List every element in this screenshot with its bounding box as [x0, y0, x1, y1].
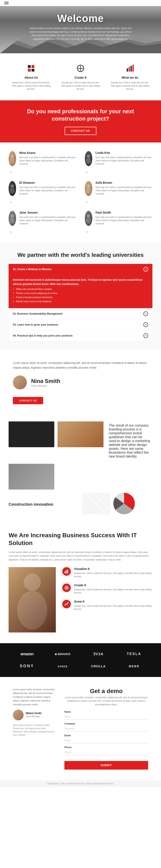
svg-point-19 [10, 188, 14, 194]
team-member-header-5: Paul Smith Duis aute irure dolor in repr… [85, 211, 153, 226]
accordion-header-2[interactable]: 03. Learn how to grow your business + [8, 319, 153, 330]
team-member-header-4: Jane Jonson Duis aute irure dolor in rep… [8, 211, 76, 226]
cta-contact-button[interactable]: CONTACT US [65, 127, 96, 135]
business-image [8, 567, 56, 632]
features-section: About Us Sample text. Click to select th… [0, 53, 161, 100]
team-arrow-5[interactable]: → [85, 230, 89, 234]
svg-rect-29 [66, 570, 67, 574]
feature-about-desc: Sample text. Click to select the text bo… [11, 81, 52, 91]
form-company-input[interactable] [64, 726, 148, 732]
avatar-figure [8, 212, 16, 224]
hero-section: Welcome Article evident arrived express … [0, 6, 161, 53]
svg-point-18 [10, 184, 14, 188]
accordion-bullets-0: Mattis nam sed blandit libero volutpat. … [16, 287, 148, 303]
accordion-icon-1: + [143, 311, 148, 316]
form-name-input[interactable] [64, 714, 148, 720]
team-info-1: Linda Kim Duis aute irure dolor in repre… [96, 151, 153, 165]
feature-title-1: Create It [74, 584, 153, 587]
business-heading: We Are Increasing Business Success With … [8, 531, 153, 547]
accordion-label-0: 01. Create a Webinar in Minutes [13, 268, 52, 271]
gallery-pie-chart [114, 493, 135, 514]
avatar-figure [8, 182, 16, 194]
university-heading: We partner with the world's leading univ… [8, 251, 153, 259]
top-bar [0, 0, 161, 6]
svg-rect-11 [129, 67, 130, 71]
form-phone-group: Phone [64, 746, 148, 755]
team-arrow-4[interactable]: → [8, 230, 12, 234]
cta-heading: Do you need professionals for your next … [13, 108, 148, 123]
demo-subtext: Lorem ipsum dolor sit amet, consectetur … [64, 695, 148, 706]
svg-point-25 [86, 218, 91, 224]
form-company-label: Company [64, 722, 148, 725]
business-layout: Visualize It Sample text. Click to selec… [8, 567, 153, 632]
team-name-4: Jane Jonson [19, 211, 76, 214]
demo-profile: Mikkel Smith Sales Manager [13, 710, 56, 720]
hero-title: Welcome [57, 12, 104, 24]
grow-feature-icon [62, 600, 71, 609]
team-desc-5: Duis aute irure dolor in reprehenderit i… [96, 216, 153, 225]
accordion-header-3[interactable]: 04. Practical tips to help you price you… [8, 330, 153, 341]
avatar-di-dowson [8, 181, 16, 196]
feature-text-create: Create It Sample text. Click to select t… [74, 584, 153, 594]
team-member-0: Nina Scavo Duis aute irure dolor in repr… [8, 151, 76, 175]
accordion-header-0[interactable]: 01. Create a Webinar in Minutes × [8, 264, 153, 275]
accordion-bullet-0-1: Partner ut risus lorem adipiscing at et … [16, 291, 148, 295]
accordion-bullet-0-0: Mattis nam sed blandit libero volutpat. [16, 287, 148, 291]
feature-title-0: Visualize It [74, 567, 153, 570]
business-features: Visualize It Sample text. Click to selec… [62, 567, 153, 632]
sales-contact-button[interactable]: CONTACT US [13, 397, 43, 404]
logos-grid: amazon ◈ BINANCE ƎV3A TESLA SONY crocs C… [11, 650, 150, 671]
team-member-header-1: Linda Kim Duis aute irure dolor in repre… [85, 151, 153, 166]
feature-desc-2: Sample text. Click to select the text bo… [74, 604, 153, 611]
about-icon-box [26, 63, 36, 74]
team-name-1: Linda Kim [96, 151, 153, 155]
team-member-5: Paul Smith Duis aute irure dolor in repr… [85, 211, 153, 234]
accordion-item-1: 02. Business Sustainability Management + [8, 308, 153, 319]
construction-label-wrap: Construction innovation [8, 500, 79, 507]
demo-layout: Lorem ipsum dolor sit amet, consectetur … [13, 688, 148, 770]
svg-point-31 [66, 587, 67, 589]
team-info-0: Nina Scavo Duis aute irure dolor in repr… [19, 151, 76, 165]
accordion-bullet-0-2: Fumat ut faucibus pulvinar elementum. [16, 296, 148, 299]
demo-avatar [13, 710, 24, 720]
accordion-label-3: 04. Practical tips to help you price you… [13, 334, 72, 337]
form-email-input[interactable] [64, 738, 148, 743]
team-info-3: Sofa Brown Duis aute irure dolor in repr… [96, 181, 153, 195]
team-member-3: Sofa Brown Duis aute irure dolor in repr… [85, 181, 153, 205]
accordion-icon-2: + [143, 322, 148, 327]
gallery-caption: The result of our company branding proce… [107, 422, 153, 461]
team-arrow-3[interactable]: → [85, 200, 89, 205]
accordion-bullet-0-3: Blandit turpis cursus in hac habitasse. [16, 300, 148, 303]
accordion-item-3: 04. Practical tips to help you price you… [8, 330, 153, 341]
accordion: 01. Create a Webinar in Minutes × Interd… [8, 264, 153, 341]
team-desc-1: Duis aute irure dolor in reprehenderit i… [96, 156, 153, 165]
team-info-2: Di Dowson Duis aute irure dolor in repre… [19, 181, 76, 195]
svg-point-20 [87, 184, 90, 188]
demo-manager-title: Sales Manager [26, 715, 41, 718]
feature-text-grow: Grow It Sample text. Click to select the… [74, 600, 153, 611]
hamburger-menu[interactable] [4, 2, 8, 4]
avatar-linda-kim [85, 151, 92, 166]
svg-rect-30 [67, 569, 68, 574]
settings-icon [64, 585, 69, 590]
team-name-0: Nina Scavo [19, 151, 76, 155]
team-arrow-0[interactable]: → [8, 170, 12, 175]
svg-point-14 [10, 155, 14, 158]
gallery-grid: The result of our company branding proce… [8, 422, 153, 490]
feature-create-it: Create It Sample text. Click to select t… [62, 584, 153, 594]
svg-rect-10 [127, 68, 128, 71]
feature-visualize: Visualize It Sample text. Click to selec… [62, 567, 153, 578]
team-grid: Nina Scavo Duis aute irure dolor in repr… [8, 151, 153, 234]
form-submit-button[interactable]: SUBMIT [64, 761, 148, 770]
growth-arrow-icon [64, 602, 69, 607]
gallery-image-0 [8, 422, 54, 447]
accordion-header-1[interactable]: 02. Business Sustainability Management + [8, 308, 153, 319]
accordion-item-0: 01. Create a Webinar in Minutes × Interd… [8, 264, 153, 308]
team-arrow-2[interactable]: → [8, 200, 12, 205]
feature-create: Create It Sample text. Click to select t… [58, 60, 103, 94]
feature-desc-0: Sample text. Click to select the text bo… [74, 571, 153, 578]
form-company-group: Company [64, 722, 148, 732]
team-arrow-1[interactable]: → [85, 170, 89, 175]
form-phone-input[interactable] [64, 749, 148, 755]
gallery-image-2 [8, 464, 54, 490]
